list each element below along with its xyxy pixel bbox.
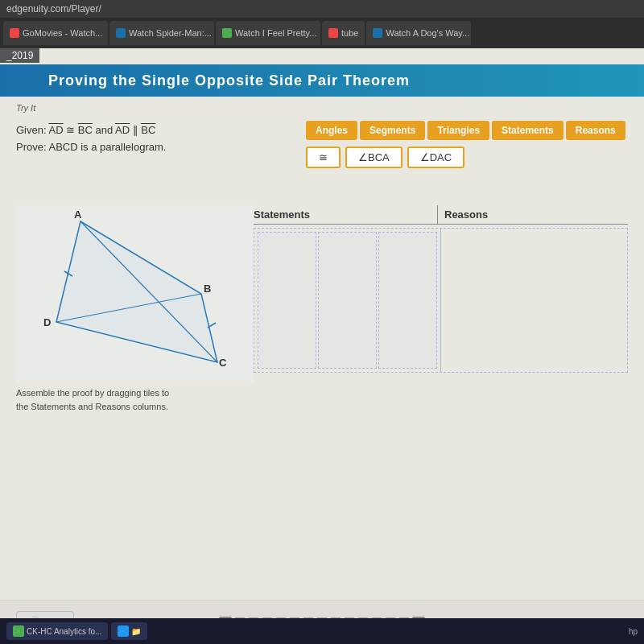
reasons-column[interactable]	[441, 229, 627, 372]
vertex-b: B	[204, 283, 211, 295]
tab-spiderman-favicon	[116, 28, 126, 38]
main-content: _2019 Proving the Single Opposite Side P…	[0, 48, 644, 644]
tab-gomovies-favicon	[10, 28, 19, 38]
statement-cell-3[interactable]	[378, 232, 437, 369]
seg-ad2: AD	[115, 124, 130, 136]
try-it-label: Try It	[16, 103, 35, 113]
given-text: Given: AD ≅ BC and AD ∥ BC	[16, 122, 166, 139]
statements-header: Statements	[254, 205, 437, 224]
tab-spiderman[interactable]: Watch Spider-Man:...	[109, 21, 214, 45]
taskbar-item-1[interactable]: CK-HC Analytics fo...	[6, 622, 108, 640]
opt-bca[interactable]: ∠BCA	[345, 147, 402, 168]
statements-column[interactable]	[254, 229, 441, 372]
tab-tube-label: tube	[341, 28, 358, 38]
tiles-buttons: Angles Segments Triangles Statements Rea…	[306, 121, 628, 140]
seg-bc: BC	[78, 124, 93, 136]
statement-cell-2[interactable]	[318, 232, 377, 369]
geometry-diagram: A B C D	[16, 205, 254, 382]
btn-statements[interactable]: Statements	[492, 121, 564, 140]
btn-reasons[interactable]: Reasons	[566, 121, 625, 140]
year-badge: _2019	[0, 48, 39, 63]
tab-gomovies-label: GoMovies - Watch...	[23, 28, 102, 38]
taskbar-icon-1	[13, 625, 24, 637]
tab-feelpretty[interactable]: Watch I Feel Pretty...	[216, 21, 320, 45]
tab-feelpretty-label: Watch I Feel Pretty...	[235, 28, 316, 38]
vertex-a: A	[74, 208, 82, 221]
tiles-section: Angles Segments Triangles Statements Rea…	[306, 121, 628, 173]
reasons-header: Reasons	[437, 205, 628, 224]
url-text: edgenuity.com/Player/	[6, 3, 101, 14]
vertex-d: D	[43, 316, 51, 328]
given-section: Given: AD ≅ BC and AD ∥ BC Prove: ABCD i…	[16, 122, 166, 156]
seg-ad: AD	[48, 124, 63, 136]
vertex-c: C	[219, 357, 227, 369]
taskbar: CK-HC Analytics fo... 📁 hp	[0, 618, 644, 644]
proof-table-body	[254, 228, 628, 373]
address-bar[interactable]: edgenuity.com/Player/	[0, 0, 644, 18]
instructions-text: Assemble the proof by dragging tiles to …	[16, 386, 177, 413]
tab-feelpretty-favicon	[222, 28, 232, 38]
taskbar-hp: hp	[629, 627, 638, 636]
proof-table-header: Statements Reasons	[254, 205, 628, 225]
opt-dac[interactable]: ∠DAC	[407, 147, 464, 168]
header-title: Proving the Single Opposite Side Pair Th…	[48, 72, 410, 89]
statement-cell-1[interactable]	[258, 232, 316, 369]
tab-dogway-favicon	[373, 28, 382, 38]
taskbar-icon-2	[118, 625, 129, 637]
tab-spiderman-label: Watch Spider-Man:...	[129, 28, 212, 38]
diagram-container: A B C D	[16, 205, 254, 382]
proof-table: Statements Reasons	[254, 205, 628, 382]
tabs-bar: GoMovies - Watch...Watch Spider-Man:...W…	[0, 18, 644, 48]
btn-segments[interactable]: Segments	[360, 121, 425, 140]
seg-bc2: BC	[141, 124, 155, 136]
tab-gomovies[interactable]: GoMovies - Watch...	[3, 21, 108, 45]
btn-triangles[interactable]: Triangles	[427, 121, 489, 140]
btn-angles[interactable]: Angles	[306, 121, 357, 140]
browser-chrome: edgenuity.com/Player/ GoMovies - Watch..…	[0, 0, 644, 48]
tab-tube[interactable]: tube	[322, 21, 365, 45]
header-banner: Proving the Single Opposite Side Pair Th…	[0, 64, 644, 97]
tab-tube-favicon	[328, 28, 338, 38]
prove-text: Prove: ABCD is a parallelogram.	[16, 139, 166, 156]
tab-dogway[interactable]: Watch A Dog's Way...	[366, 21, 471, 45]
taskbar-label-2: 📁	[131, 627, 141, 636]
opt-congruent[interactable]: ≅	[306, 147, 341, 168]
taskbar-item-2[interactable]: 📁	[111, 622, 147, 640]
tile-options: ≅ ∠BCA ∠DAC	[306, 147, 628, 168]
taskbar-label-1: CK-HC Analytics fo...	[27, 627, 101, 636]
tab-dogway-label: Watch A Dog's Way...	[386, 28, 469, 38]
